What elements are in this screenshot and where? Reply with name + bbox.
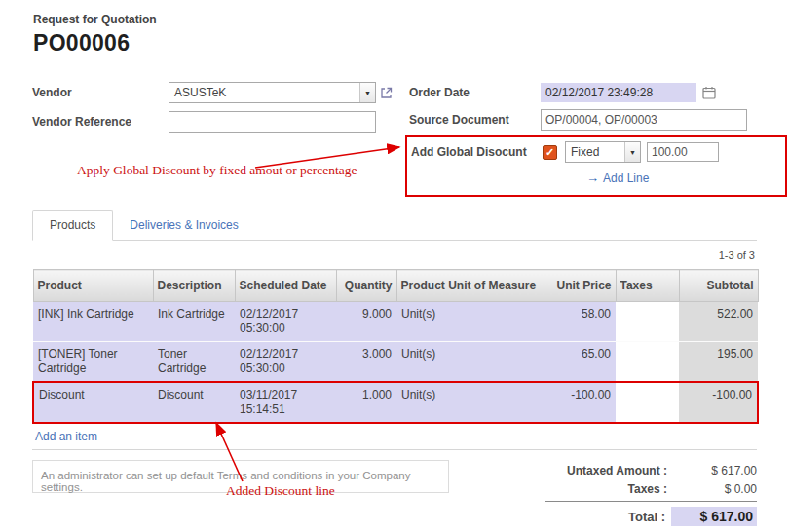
cell-subtotal[interactable]: -100.00 [679, 382, 758, 423]
add-an-item-link[interactable]: Add an item [35, 430, 97, 443]
add-line-link[interactable]: →Add Line [586, 171, 649, 185]
cell-quantity[interactable]: 9.000 [336, 302, 396, 342]
annotation-note-global-discount: Apply Global Discount by fixed amout or … [77, 163, 357, 178]
cell-product[interactable]: Discount [33, 382, 153, 423]
discount-type-value: Fixed [566, 145, 624, 159]
cell-taxes[interactable] [616, 342, 679, 383]
chevron-down-icon[interactable]: ▼ [359, 83, 375, 102]
vendor-label: Vendor [32, 86, 169, 99]
cell-product[interactable]: [TONER] Toner Cartridge [33, 342, 153, 383]
add-line-arrow-icon: → [586, 171, 599, 185]
discount-type-select[interactable]: Fixed ▼ [565, 141, 641, 163]
cell-quantity[interactable]: 3.000 [336, 342, 396, 383]
cell-description[interactable]: Ink Cartridge [153, 302, 235, 342]
cell-uom[interactable]: Unit(s) [396, 342, 545, 383]
checkmark-icon: ✓ [545, 146, 554, 158]
page-title: PO00006 [33, 30, 757, 57]
global-discount-checkbox[interactable]: ✓ [543, 145, 557, 160]
cell-taxes[interactable] [616, 302, 679, 342]
rfq-form-page: { "header": { "doc_type_label": "Request… [0, 0, 789, 532]
vendor-reference-label: Vendor Reference [32, 115, 169, 129]
totals-panel: Untaxed Amount : $ 617.00 Taxes : $ 0.00… [545, 464, 757, 531]
col-header-scheduled-date[interactable]: Scheduled Date [235, 270, 336, 302]
total-label: Total : [628, 510, 665, 524]
chevron-down-icon[interactable]: ▼ [624, 142, 640, 162]
cell-product[interactable]: [INK] Ink Cartridge [33, 302, 153, 342]
tab-deliveries-invoices[interactable]: Deliveries & Invoices [113, 211, 254, 240]
calendar-icon[interactable] [702, 86, 716, 99]
document-type-label: Request for Quotation [33, 13, 757, 27]
list-pager: 1-3 of 3 [32, 249, 755, 262]
global-discount-label: Add Global Disocunt [411, 145, 543, 159]
source-document-input[interactable] [541, 109, 747, 131]
cell-unit-price[interactable]: -100.00 [545, 382, 616, 423]
cell-unit-price[interactable]: 65.00 [545, 342, 616, 383]
cell-quantity[interactable]: 1.000 [336, 382, 396, 423]
cell-scheduled-date[interactable]: 03/11/2017 15:14:51 [235, 382, 336, 423]
cell-scheduled-date[interactable]: 02/12/2017 05:30:00 [235, 342, 336, 383]
table-row: [TONER] Toner Cartridge Toner Cartridge … [33, 342, 758, 383]
col-header-taxes[interactable]: Taxes [616, 270, 679, 302]
cell-uom[interactable]: Unit(s) [396, 302, 545, 342]
cell-scheduled-date[interactable]: 02/12/2017 05:30:00 [235, 302, 336, 342]
notebook-tabs: Products Deliveries & Invoices [32, 210, 757, 241]
tab-products[interactable]: Products [32, 210, 113, 241]
table-row: [INK] Ink Cartridge Ink Cartridge 02/12/… [33, 302, 758, 342]
annotation-box-global-discount: Add Global Disocunt ✓ Fixed ▼ →Add Line [405, 135, 787, 197]
cell-subtotal[interactable]: 195.00 [679, 342, 758, 383]
vendor-select-value: ASUSTeK [169, 86, 359, 99]
external-link-icon[interactable] [380, 87, 393, 99]
col-header-uom[interactable]: Product Unit of Measure [396, 270, 545, 302]
order-date-field[interactable]: 02/12/2017 23:49:28 [541, 83, 696, 102]
annotation-note-discount-line: Added Discount line [226, 483, 335, 499]
order-date-label: Order Date [409, 86, 541, 99]
order-lines-table: Product Description Scheduled Date Quant… [32, 269, 759, 424]
table-row-discount: Discount Discount 03/11/2017 15:14:51 1.… [33, 382, 758, 423]
vendor-select[interactable]: ASUSTeK ▼ [169, 82, 376, 103]
taxes-label: Taxes : [628, 482, 667, 496]
col-header-unit-price[interactable]: Unit Price [545, 270, 616, 302]
col-header-product[interactable]: Product [33, 270, 153, 302]
cell-unit-price[interactable]: 58.00 [545, 302, 616, 342]
cell-description[interactable]: Toner Cartridge [153, 342, 235, 383]
untaxed-amount-label: Untaxed Amount : [567, 464, 667, 477]
discount-amount-input[interactable] [647, 142, 719, 162]
untaxed-amount-value: $ 617.00 [667, 464, 757, 477]
cell-uom[interactable]: Unit(s) [396, 382, 545, 423]
cell-subtotal[interactable]: 522.00 [679, 302, 758, 342]
taxes-value: $ 0.00 [667, 482, 757, 496]
col-header-quantity[interactable]: Quantity [336, 270, 396, 302]
col-header-subtotal[interactable]: Subtotal [679, 270, 758, 302]
total-value: $ 617.00 [671, 507, 757, 526]
table-header-row: Product Description Scheduled Date Quant… [33, 270, 758, 302]
vendor-reference-input[interactable] [169, 111, 376, 133]
cell-description[interactable]: Discount [153, 382, 235, 423]
col-header-description[interactable]: Description [153, 270, 235, 302]
cell-taxes[interactable] [616, 382, 679, 423]
source-document-label: Source Document [409, 113, 541, 127]
form-sheet: Vendor ASUSTeK ▼ Vendor Reference [32, 81, 757, 197]
